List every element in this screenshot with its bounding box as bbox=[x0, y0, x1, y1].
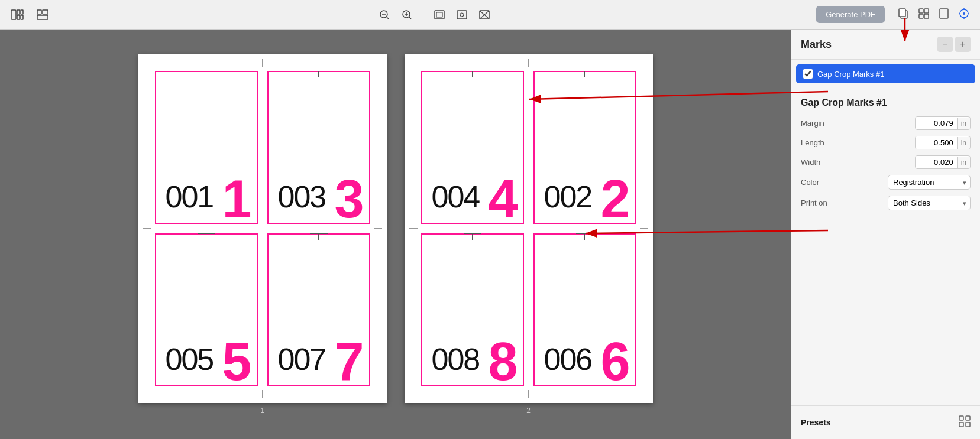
card-cell-8: 008 8 bbox=[416, 229, 529, 391]
properties-section: Gap Crop Marks #1 Margin in Length in W bbox=[791, 88, 980, 226]
svg-rect-7 bbox=[21, 10, 23, 14]
zoom-actual-button[interactable] bbox=[453, 8, 471, 22]
panel-icon-marks[interactable] bbox=[955, 5, 973, 25]
page-1-grid: 001 1 003 3 bbox=[138, 54, 387, 403]
svg-rect-42 bbox=[966, 422, 970, 427]
color-dropdown-wrapper: Registration Black Cyan Magenta Yellow bbox=[888, 175, 971, 190]
layout-button-2[interactable] bbox=[33, 7, 52, 22]
width-unit: in bbox=[957, 157, 970, 168]
card-top-mark-2 bbox=[576, 71, 594, 77]
svg-rect-28 bbox=[919, 9, 923, 13]
card-3: 003 3 bbox=[267, 71, 370, 224]
panel-title: Marks bbox=[801, 38, 832, 51]
svg-rect-41 bbox=[959, 422, 963, 427]
marks-minus-button[interactable]: − bbox=[937, 37, 953, 52]
svg-line-14 bbox=[387, 17, 389, 19]
color-dropdown[interactable]: Registration Black Cyan Magenta Yellow bbox=[888, 175, 971, 190]
card-6: 006 6 bbox=[533, 233, 636, 386]
panel-icon-grid[interactable] bbox=[915, 5, 933, 25]
card-black-num-1: 001 bbox=[166, 179, 214, 214]
width-input[interactable] bbox=[916, 156, 957, 168]
print-on-row: Print on Both Sides Front Only Back Only bbox=[801, 196, 971, 210]
card-black-num-8: 008 bbox=[432, 342, 480, 377]
card-black-num-4: 004 bbox=[432, 179, 480, 214]
card-1: 001 1 bbox=[155, 71, 258, 224]
length-unit: in bbox=[957, 137, 970, 149]
card-cell-5: 005 5 bbox=[150, 229, 263, 391]
card-4: 004 4 bbox=[421, 71, 524, 224]
margin-field[interactable]: in bbox=[915, 116, 971, 130]
card-black-num-2: 002 bbox=[544, 179, 592, 214]
card-7: 007 7 bbox=[267, 233, 370, 386]
mark-item-checkbox[interactable] bbox=[803, 69, 813, 79]
margin-label: Margin bbox=[801, 119, 824, 128]
panel-icon-copy[interactable] bbox=[895, 5, 913, 25]
color-label: Color bbox=[801, 178, 819, 187]
card-2: 002 2 bbox=[533, 71, 636, 224]
mark-item-gap-crop[interactable]: Gap Crop Marks #1 bbox=[796, 64, 975, 83]
margin-row: Margin in bbox=[801, 116, 971, 130]
card-pink-num-7: 7 bbox=[334, 335, 364, 388]
svg-rect-27 bbox=[899, 9, 905, 17]
page-1-label: 1 bbox=[260, 407, 264, 415]
svg-rect-9 bbox=[37, 10, 41, 14]
card-cell-4: 004 4 bbox=[416, 66, 529, 229]
mark-item-label: Gap Crop Marks #1 bbox=[817, 70, 968, 79]
zoom-in-button[interactable] bbox=[398, 7, 416, 22]
card-top-mark-6 bbox=[576, 233, 594, 240]
margin-input[interactable] bbox=[916, 117, 957, 129]
card-pink-num-8: 8 bbox=[488, 335, 518, 388]
page-2-container: 004 4 002 2 bbox=[405, 54, 653, 415]
svg-rect-40 bbox=[966, 416, 970, 420]
properties-title: Gap Crop Marks #1 bbox=[801, 97, 971, 108]
svg-line-18 bbox=[409, 17, 411, 19]
card-cell-2: 002 2 bbox=[529, 66, 641, 229]
card-top-mark-8 bbox=[464, 233, 481, 240]
page-2-label: 2 bbox=[526, 407, 531, 415]
svg-point-22 bbox=[460, 13, 464, 17]
print-on-dropdown[interactable]: Both Sides Front Only Back Only bbox=[888, 196, 971, 210]
color-row: Color Registration Black Cyan Magenta Ye… bbox=[801, 175, 971, 190]
svg-rect-11 bbox=[37, 15, 48, 19]
svg-rect-20 bbox=[436, 12, 442, 17]
card-pink-num-1: 1 bbox=[222, 173, 251, 226]
card-8: 008 8 bbox=[421, 233, 524, 386]
svg-rect-21 bbox=[457, 11, 467, 19]
presets-title: Presets bbox=[801, 418, 831, 427]
card-top-mark-3 bbox=[310, 71, 328, 77]
length-input[interactable] bbox=[916, 136, 957, 149]
crop-mark-middle-right bbox=[374, 228, 382, 229]
card-black-num-3: 003 bbox=[278, 179, 326, 214]
zoom-fit-button[interactable] bbox=[431, 8, 448, 22]
right-panel: Marks − + Gap Crop Marks #1 Gap Crop Mar… bbox=[791, 30, 980, 439]
layout-button-1[interactable] bbox=[7, 7, 27, 22]
svg-rect-31 bbox=[924, 14, 929, 18]
card-top-mark-5 bbox=[198, 233, 215, 240]
generate-pdf-button[interactable]: Generate PDF bbox=[816, 6, 885, 23]
width-row: Width in bbox=[801, 155, 971, 169]
zoom-fill-button[interactable] bbox=[476, 8, 493, 22]
length-field[interactable]: in bbox=[915, 136, 971, 149]
print-on-dropdown-wrapper: Both Sides Front Only Back Only bbox=[888, 196, 971, 210]
margin-unit: in bbox=[957, 118, 970, 129]
canvas-area: 001 1 003 3 bbox=[0, 30, 791, 439]
length-row: Length in bbox=[801, 136, 971, 149]
panel-icon-single[interactable] bbox=[935, 5, 953, 25]
card-pink-num-2: 2 bbox=[600, 173, 630, 226]
card-pink-num-5: 5 bbox=[222, 335, 251, 388]
marks-plus-button[interactable]: + bbox=[955, 37, 971, 52]
length-label: Length bbox=[801, 138, 824, 147]
presets-grid-icon[interactable] bbox=[959, 415, 971, 430]
svg-point-34 bbox=[963, 12, 965, 15]
card-top-mark-4 bbox=[464, 71, 481, 77]
svg-rect-29 bbox=[924, 9, 929, 13]
page2-crop-mark-bottom bbox=[528, 390, 529, 398]
svg-rect-39 bbox=[959, 416, 963, 420]
page-1: 001 1 003 3 bbox=[138, 54, 387, 403]
panel-top-actions: − + bbox=[937, 37, 971, 52]
toolbar-divider bbox=[423, 8, 423, 22]
presets-section: Presets bbox=[791, 405, 980, 439]
zoom-out-button[interactable] bbox=[376, 7, 393, 22]
width-field[interactable]: in bbox=[915, 155, 971, 169]
card-cell-1: 001 1 bbox=[150, 66, 263, 229]
